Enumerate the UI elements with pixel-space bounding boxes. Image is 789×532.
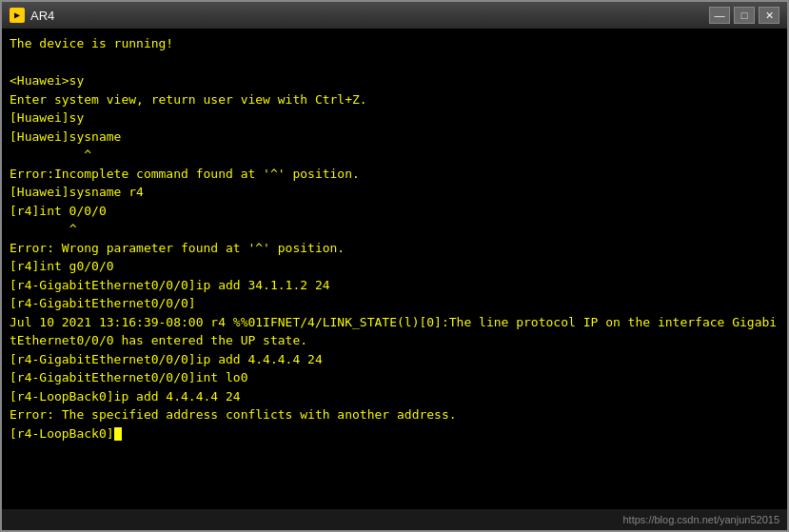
window-title: AR4: [30, 9, 709, 23]
terminal-cursor: [114, 427, 122, 441]
window-icon: ▶: [10, 8, 25, 23]
minimize-button[interactable]: —: [709, 7, 730, 24]
maximize-button[interactable]: □: [734, 7, 755, 24]
main-window: ▶ AR4 — □ ✕ The device is running! <Huaw…: [0, 0, 789, 532]
title-bar[interactable]: ▶ AR4 — □ ✕: [2, 2, 787, 29]
terminal-output[interactable]: The device is running! <Huawei>sy Enter …: [2, 29, 787, 509]
status-bar: https://blog.csdn.net/yanjun52015: [2, 509, 787, 530]
window-controls: — □ ✕: [709, 7, 779, 24]
status-url: https://blog.csdn.net/yanjun52015: [622, 514, 779, 525]
terminal-text: The device is running! <Huawei>sy Enter …: [10, 34, 779, 443]
close-button[interactable]: ✕: [759, 7, 779, 24]
